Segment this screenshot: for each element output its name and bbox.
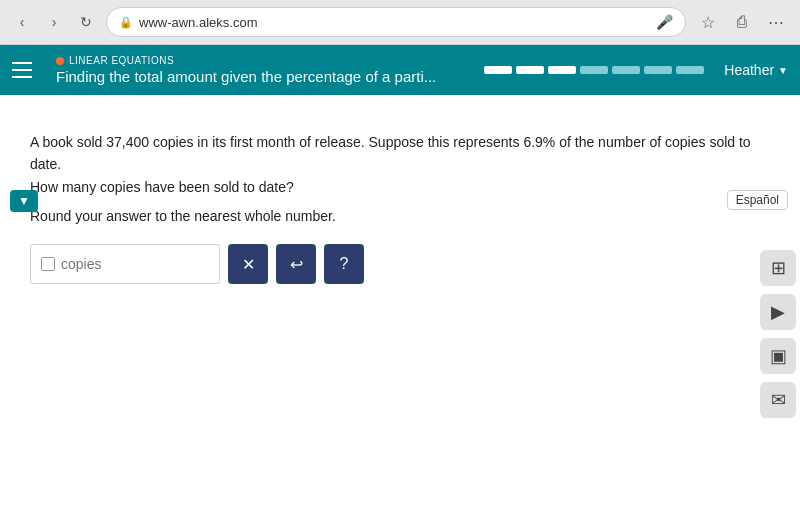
hamburger-button[interactable] [12, 54, 44, 86]
help-button[interactable]: ? [324, 244, 364, 284]
answer-input[interactable] [61, 256, 236, 272]
video-icon: ▶ [771, 301, 785, 323]
question-line-1: A book sold 37,400 copies in its first m… [30, 134, 751, 172]
calculator-button[interactable]: ⊞ [760, 250, 796, 286]
clear-icon: ✕ [242, 255, 255, 274]
browser-chrome: ‹ › ↻ 🔒 www-awn.aleks.com 🎤 ☆ ⎙ ⋯ [0, 0, 800, 45]
right-sidebar: ⊞ ▶ ▣ ✉ [756, 140, 800, 418]
progress-seg-5 [612, 66, 640, 74]
lock-icon: 🔒 [119, 16, 133, 29]
forward-button[interactable]: › [42, 10, 66, 34]
help-icon: ? [340, 255, 349, 273]
topic-title: Finding the total amount given the perce… [56, 68, 464, 85]
question-line-2: How many copies have been sold to date? [30, 179, 294, 195]
reload-button[interactable]: ↻ [74, 10, 98, 34]
main-content: ▼ Español A book sold 37,400 copies in i… [0, 95, 800, 517]
input-box-icon [41, 257, 55, 271]
book-icon: ▣ [770, 345, 787, 367]
progress-seg-4 [580, 66, 608, 74]
progress-seg-2 [516, 66, 544, 74]
progress-seg-6 [644, 66, 672, 74]
calculator-icon: ⊞ [771, 257, 786, 279]
answer-input-wrapper[interactable] [30, 244, 220, 284]
mail-button[interactable]: ✉ [760, 382, 796, 418]
header-topic: LINEAR EQUATIONS Finding the total amoun… [56, 55, 464, 85]
expand-button[interactable]: ▼ [10, 190, 38, 212]
mail-icon: ✉ [771, 389, 786, 411]
progress-seg-1 [484, 66, 512, 74]
progress-bar [484, 66, 704, 74]
question-area: A book sold 37,400 copies in its first m… [20, 131, 780, 284]
address-text: www-awn.aleks.com [139, 15, 650, 30]
mic-icon[interactable]: 🎤 [656, 14, 673, 30]
video-button[interactable]: ▶ [760, 294, 796, 330]
app-header: LINEAR EQUATIONS Finding the total amoun… [0, 45, 800, 95]
progress-seg-3 [548, 66, 576, 74]
back-button[interactable]: ‹ [10, 10, 34, 34]
topic-label: LINEAR EQUATIONS [56, 55, 464, 66]
share-button[interactable]: ⎙ [728, 8, 756, 36]
star-button[interactable]: ☆ [694, 8, 722, 36]
address-bar[interactable]: 🔒 www-awn.aleks.com 🎤 [106, 7, 686, 37]
more-button[interactable]: ⋯ [762, 8, 790, 36]
round-note: Round your answer to the nearest whole n… [30, 208, 770, 224]
user-dropdown-arrow: ▼ [778, 65, 788, 76]
answer-row: ✕ ↩ ? [30, 244, 770, 284]
clear-button[interactable]: ✕ [228, 244, 268, 284]
user-name: Heather [724, 62, 774, 78]
browser-actions: ☆ ⎙ ⋯ [694, 8, 790, 36]
question-text-1: A book sold 37,400 copies in its first m… [30, 131, 770, 198]
undo-button[interactable]: ↩ [276, 244, 316, 284]
topic-dot [56, 57, 64, 65]
progress-seg-7 [676, 66, 704, 74]
book-button[interactable]: ▣ [760, 338, 796, 374]
user-menu[interactable]: Heather ▼ [724, 62, 788, 78]
undo-icon: ↩ [290, 255, 303, 274]
